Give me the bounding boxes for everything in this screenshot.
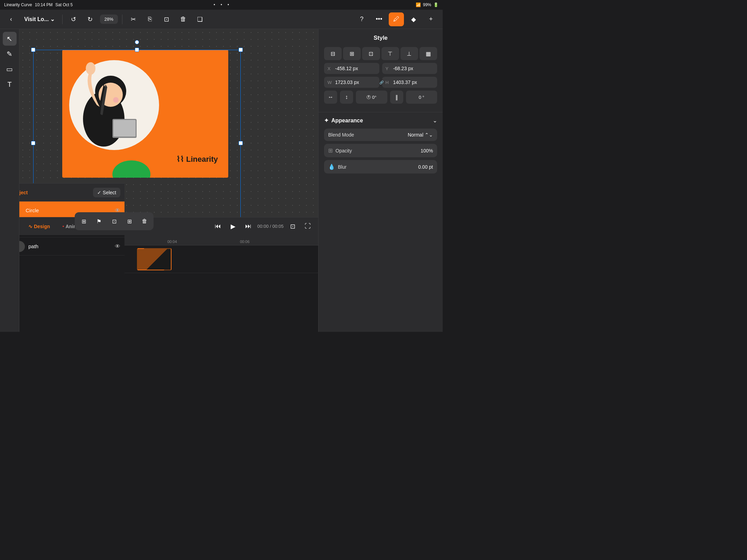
- align-center-h-button[interactable]: ⊞: [343, 47, 361, 60]
- rotation-row: ↔ ↕ 0° ∥ 0 °: [324, 91, 437, 104]
- align-right-button[interactable]: ⊡: [362, 47, 380, 60]
- undo-button[interactable]: ↺: [67, 12, 81, 26]
- pen-tool-button[interactable]: ✎: [3, 47, 17, 61]
- playback-bar: ∿ Design ● Animate 📌 Pin ◆ ⏮ ▶ ⏭ 00:00 /…: [19, 217, 318, 235]
- rotation-angle-value: 0°: [372, 95, 376, 100]
- align-center-v-button[interactable]: ⊥: [400, 47, 418, 60]
- status-right: 📶 99% 🔋: [416, 2, 439, 7]
- main-toolbar: ‹ Visit Lo... ⌄ ↺ ↻ 28% ✂ ⎘ ⊡ 🗑 ❏ ? ••• …: [0, 10, 443, 29]
- help-button[interactable]: ?: [354, 12, 369, 26]
- x-label: X: [328, 66, 333, 71]
- shape-tool-button[interactable]: ▭: [3, 62, 17, 76]
- separator-2: [122, 15, 122, 24]
- redo-button[interactable]: ↻: [83, 12, 97, 26]
- w-field[interactable]: W 1723.03 px: [324, 77, 379, 88]
- ctx-transform-button[interactable]: ⊞: [122, 214, 136, 228]
- ctx-flag-button[interactable]: ⚑: [92, 214, 106, 228]
- timecode-display: 00:00 / 00:05: [257, 224, 284, 229]
- handle-middle-right[interactable]: [239, 141, 243, 145]
- layer-name-path-2: path: [28, 243, 111, 249]
- design-mode-button[interactable]: ∿ Design: [24, 222, 55, 231]
- flip-h-button[interactable]: ↔: [324, 91, 337, 104]
- date: Sat Oct 5: [55, 2, 73, 7]
- align-top-button[interactable]: ⊤: [381, 47, 399, 60]
- add-button[interactable]: +: [423, 12, 439, 26]
- tick-2: 00:04: [167, 240, 177, 244]
- dropdown-icon: ⌄: [50, 16, 55, 22]
- group-button[interactable]: ❏: [193, 12, 207, 26]
- style-button[interactable]: 🖊: [389, 12, 404, 26]
- opacity-label: Opacity: [335, 148, 352, 153]
- expand-button[interactable]: ⊡: [286, 220, 299, 233]
- handle-top-center[interactable]: [135, 48, 139, 52]
- appearance-section: ✦ Appearance ⌄ Blend Mode Normal ⌃⌄ ⊞ Op…: [319, 112, 443, 182]
- context-toolbar: ⊞ ⚑ ⊡ ⊞ 🗑: [75, 212, 154, 230]
- blend-mode-chevron-icon: ⌃⌄: [425, 132, 433, 138]
- select-button[interactable]: ✓ Select: [93, 188, 120, 197]
- dimensions-grid: X -458.12 px Y -68.23 px W 1723.03 px 🔗 …: [324, 63, 437, 88]
- select-tool-button[interactable]: ↖: [3, 32, 17, 46]
- handle-top-right[interactable]: [239, 48, 243, 52]
- ctx-frame-button[interactable]: ⊡: [107, 214, 121, 228]
- blur-value: 0.00 pt: [418, 164, 433, 170]
- blend-mode-label: Blend Mode: [328, 132, 354, 138]
- rotation-circle-icon: [367, 95, 371, 99]
- rotation-angle-button[interactable]: 0°: [356, 91, 387, 104]
- paste-button[interactable]: ⊡: [160, 12, 174, 26]
- back-button[interactable]: ‹: [4, 12, 18, 26]
- x-value: -458.12 px: [335, 66, 376, 71]
- distribute-button[interactable]: ▦: [419, 47, 437, 60]
- h-field[interactable]: 🔗 H 1403.37 px: [382, 77, 437, 88]
- app-name: Linearity Curve: [4, 2, 32, 7]
- battery-level: 99%: [423, 2, 431, 7]
- rewind-button[interactable]: ⏮: [212, 220, 224, 233]
- blend-mode-row[interactable]: Blend Mode Normal ⌃⌄: [324, 129, 437, 141]
- shear-button[interactable]: ∥: [390, 91, 403, 104]
- shear-value-button[interactable]: 0 °: [406, 91, 437, 104]
- y-field[interactable]: Y -68.23 px: [382, 63, 437, 74]
- handle-top-left[interactable]: [31, 48, 35, 52]
- status-left: Linearity Curve 10:14 PM Sat Oct 5: [4, 2, 73, 7]
- y-value: -68.23 px: [393, 66, 434, 71]
- handle-middle-left[interactable]: [31, 141, 35, 145]
- flip-v-button[interactable]: ↕: [340, 91, 353, 104]
- separator-1: [62, 15, 63, 24]
- timeline-thumb-3[interactable]: [137, 248, 172, 270]
- shear-value: 0 °: [419, 95, 424, 100]
- play-button[interactable]: ▶: [227, 220, 239, 233]
- opacity-value: 100%: [421, 148, 433, 153]
- toolbar-right: ? ••• 🖊 ◆ +: [354, 12, 439, 26]
- handle-rotate[interactable]: [135, 40, 139, 44]
- panel-title: Style: [324, 35, 437, 41]
- blur-label: Blur: [338, 164, 347, 170]
- align-row-1: ⊟ ⊞ ⊡ ⊤ ⊥ ▦: [324, 47, 437, 60]
- time: 10:14 PM: [35, 2, 53, 7]
- blend-mode-value: Normal ⌃⌄: [408, 132, 433, 138]
- delete-button[interactable]: 🗑: [176, 12, 190, 26]
- cut-button[interactable]: ✂: [127, 12, 140, 26]
- forward-button[interactable]: ⏭: [242, 220, 255, 233]
- ctx-checkers-button[interactable]: ⊞: [77, 214, 91, 228]
- appearance-chevron-icon: ⌄: [433, 117, 437, 124]
- x-field[interactable]: X -458.12 px: [324, 63, 379, 74]
- appearance-header[interactable]: ✦ Appearance ⌄: [319, 112, 443, 129]
- y-label: Y: [386, 66, 391, 71]
- project-name-label: Visit Lo...: [24, 16, 49, 22]
- wifi-icon: 📶: [416, 2, 421, 7]
- battery-icon: 🔋: [433, 2, 439, 7]
- blur-row[interactable]: 💧 Blur 0.00 pt: [324, 160, 437, 174]
- blur-icon: 💧: [328, 164, 335, 170]
- copy-button[interactable]: ⎘: [143, 12, 157, 26]
- status-center: • • •: [214, 2, 229, 7]
- layer-visibility-path-2[interactable]: 👁: [115, 243, 120, 250]
- ctx-delete-button[interactable]: 🗑: [138, 214, 151, 228]
- h-label: H: [386, 80, 391, 85]
- zoom-button[interactable]: 28%: [100, 15, 118, 24]
- vector-button[interactable]: ◆: [406, 12, 421, 26]
- fullscreen-button[interactable]: ⛶: [302, 220, 314, 233]
- text-tool-button[interactable]: T: [3, 77, 17, 91]
- project-name-button[interactable]: Visit Lo... ⌄: [21, 14, 58, 25]
- more-button[interactable]: •••: [371, 12, 387, 26]
- opacity-row[interactable]: ⊞ Opacity 100%: [324, 144, 437, 157]
- align-left-button[interactable]: ⊟: [324, 47, 342, 60]
